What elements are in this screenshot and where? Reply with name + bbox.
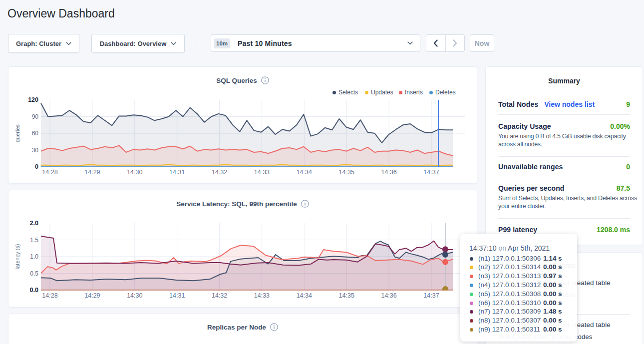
svg-text:14:34: 14:34 — [297, 292, 312, 299]
svg-text:60: 60 — [32, 130, 39, 137]
svg-text:1.5: 1.5 — [30, 237, 38, 244]
svg-text:14:32: 14:32 — [212, 292, 227, 299]
svg-text:14:35: 14:35 — [339, 292, 354, 299]
svg-text:14:30: 14:30 — [127, 292, 142, 299]
svg-text:14:36: 14:36 — [381, 292, 396, 299]
svg-text:14:37: 14:37 — [423, 292, 439, 299]
svg-text:queries: queries — [14, 124, 20, 142]
svg-text:14:37: 14:37 — [423, 169, 439, 176]
svg-text:14:33: 14:33 — [254, 292, 270, 299]
svg-text:0.5: 0.5 — [30, 270, 38, 277]
svg-text:2.0: 2.0 — [30, 220, 38, 227]
svg-text:14:29: 14:29 — [84, 169, 100, 176]
svg-text:14:28: 14:28 — [42, 292, 57, 299]
svg-text:14:31: 14:31 — [169, 169, 185, 176]
svg-text:14:35: 14:35 — [339, 169, 354, 176]
svg-text:14:33: 14:33 — [254, 169, 270, 176]
svg-text:14:32: 14:32 — [212, 169, 227, 176]
svg-text:30: 30 — [32, 147, 39, 154]
svg-text:14:31: 14:31 — [169, 292, 185, 299]
svg-text:90: 90 — [32, 113, 39, 120]
svg-text:latency (s): latency (s) — [14, 244, 20, 270]
svg-text:1.0: 1.0 — [30, 253, 38, 260]
svg-text:14:30: 14:30 — [127, 169, 142, 176]
svg-text:0.0: 0.0 — [30, 287, 38, 294]
svg-text:0: 0 — [35, 163, 38, 170]
svg-text:14:36: 14:36 — [381, 169, 396, 176]
svg-text:14:28: 14:28 — [42, 169, 57, 176]
svg-text:120: 120 — [28, 96, 38, 103]
svg-text:14:34: 14:34 — [297, 169, 312, 176]
svg-text:14:29: 14:29 — [84, 292, 100, 299]
